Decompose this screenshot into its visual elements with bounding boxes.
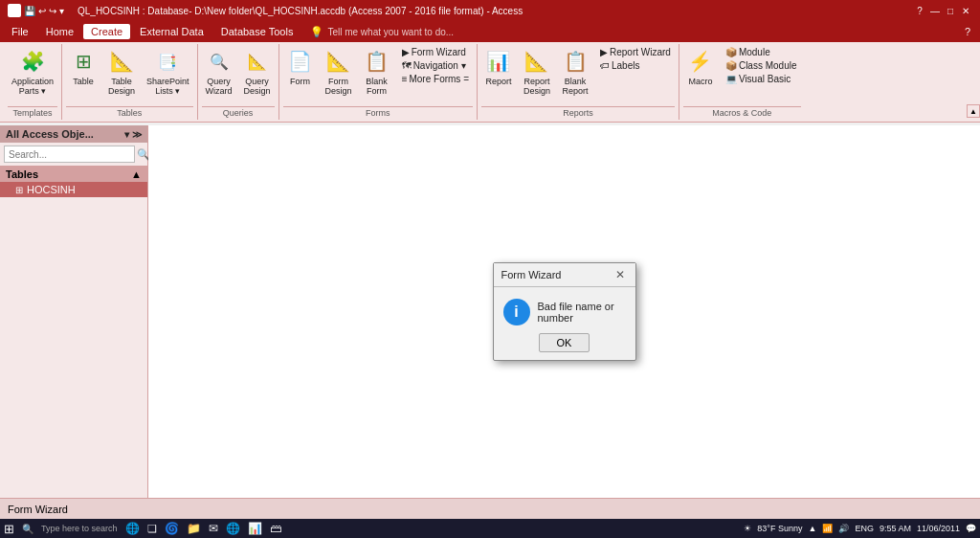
blank-form-button[interactable]: 📋 BlankForm: [360, 46, 394, 98]
nav-pane: All Access Obje... ▾ ≫ 🔍 Tables ▲ ⊞ HOCS…: [0, 125, 148, 498]
lightbulb-icon: 💡: [310, 26, 323, 38]
menu-file[interactable]: File: [4, 24, 36, 39]
qat-more[interactable]: ▾: [59, 6, 64, 16]
group-templates: 🧩 ApplicationParts ▾ Templates: [4, 44, 62, 120]
taskbar-access-icon[interactable]: 🗃: [270, 522, 281, 535]
report-design-label: ReportDesign: [523, 77, 550, 96]
report-button[interactable]: 📊 Report: [481, 46, 516, 88]
application-parts-label: ApplicationParts ▾: [11, 77, 54, 96]
report-wizard-button[interactable]: ▶ Report Wizard: [596, 46, 675, 58]
labels-button[interactable]: 🏷 Labels: [596, 59, 675, 72]
report-design-button[interactable]: 📐 ReportDesign: [520, 46, 554, 98]
minimize-button[interactable]: —: [928, 4, 942, 17]
taskbar-excel-icon[interactable]: 📊: [248, 522, 262, 535]
nav-search-input[interactable]: [4, 146, 135, 163]
form-button[interactable]: 📄 Form: [283, 46, 318, 88]
modal-ok-button[interactable]: OK: [539, 333, 590, 352]
sharepoint-lists-button[interactable]: 📑 SharePointLists ▾: [143, 46, 193, 98]
sharepoint-label: SharePointLists ▾: [146, 77, 189, 96]
class-module-button[interactable]: 📦 Class Module: [722, 59, 801, 72]
group-tables-content: ⊞ Table 📐 TableDesign 📑 SharePointLists …: [66, 46, 193, 104]
blank-report-button[interactable]: 📋 BlankReport: [558, 46, 592, 98]
nav-header-title: All Access Obje...: [6, 128, 94, 140]
forms-small-buttons: ▶ Form Wizard 🗺 Navigation ▾ ≡ More Form…: [398, 46, 473, 85]
ribbon: 🧩 ApplicationParts ▾ Templates ⊞ Table 📐…: [0, 42, 980, 123]
taskbar-right: ☀ 83°F Sunny ▲ 📶 🔊 ENG 9:55 AM 11/06/201…: [744, 524, 976, 533]
group-macros: ⚡ Macro 📦 Module 📦 Class Module 💻 Visual…: [679, 44, 805, 120]
form-wizard-button[interactable]: ▶ Form Wizard: [398, 46, 473, 58]
visual-basic-button[interactable]: 💻 Visual Basic: [722, 73, 801, 85]
modal-message-text: Bad file name or number: [538, 301, 626, 324]
table-design-icon: 📐: [108, 48, 135, 75]
query-design-button[interactable]: 📐 QueryDesign: [240, 46, 275, 98]
module-label: Module: [739, 47, 770, 57]
title-text: QL_HOCSINH : Database- D:\New folder\QL_…: [78, 6, 523, 16]
taskbar-search-text[interactable]: Type here to search: [41, 524, 118, 533]
form-design-label: FormDesign: [325, 77, 352, 96]
queries-label: Queries: [202, 106, 275, 120]
forms-label: Forms: [283, 106, 473, 120]
maximize-button[interactable]: □: [944, 4, 957, 17]
start-button[interactable]: ⊞: [4, 522, 14, 536]
menu-create[interactable]: Create: [83, 24, 130, 39]
table-button[interactable]: ⊞ Table: [66, 46, 100, 88]
help-icon[interactable]: ?: [965, 26, 970, 37]
taskbar-up-arrow[interactable]: ▲: [808, 524, 816, 533]
table-row-icon: ⊞: [15, 185, 23, 195]
close-button[interactable]: ✕: [959, 4, 972, 17]
tables-section-header[interactable]: Tables ▲: [0, 167, 147, 182]
notifications-icon[interactable]: 💬: [966, 524, 976, 533]
labels-icon: 🏷: [600, 60, 610, 71]
templates-label: Templates: [8, 106, 57, 120]
nav-header[interactable]: All Access Obje... ▾ ≫: [0, 125, 147, 143]
query-wizard-button[interactable]: 🔍 QueryWizard: [202, 46, 236, 98]
form-design-button[interactable]: 📐 FormDesign: [322, 46, 356, 98]
taskbar-folder-icon[interactable]: 📁: [187, 522, 201, 535]
save-qat[interactable]: 💾: [24, 6, 35, 16]
query-wizard-icon: 🔍: [206, 48, 233, 75]
taskbar-browser-icon[interactable]: 🌐: [226, 522, 240, 535]
clock-time: 9:55 AM: [880, 524, 911, 533]
help-button[interactable]: ?: [913, 4, 926, 17]
form-wizard-dialog: Form Wizard ✕ i Bad file name or number …: [493, 262, 636, 361]
blank-report-label: BlankReport: [562, 77, 588, 96]
undo-qat[interactable]: ↩: [38, 6, 46, 16]
report-design-icon: 📐: [523, 48, 550, 75]
network-icon: 📶: [822, 524, 833, 533]
report-wizard-label: Report Wizard: [610, 47, 671, 57]
tell-me-bar[interactable]: 💡 Tell me what you want to do...: [302, 24, 962, 40]
application-parts-button[interactable]: 🧩 ApplicationParts ▾: [8, 46, 57, 98]
tables-label: Tables: [66, 106, 193, 120]
macro-button[interactable]: ⚡ Macro: [683, 46, 718, 88]
taskbar-cortana-icon[interactable]: 🌐: [125, 522, 140, 535]
modal-close-button[interactable]: ✕: [612, 267, 628, 282]
hocsinh-table-item[interactable]: ⊞ HOCSINH: [0, 182, 147, 197]
menu-home[interactable]: Home: [38, 24, 81, 39]
nav-header-chevron[interactable]: ▾ ≫: [124, 129, 142, 140]
menu-external-data[interactable]: External Data: [132, 24, 212, 39]
macro-label: Macro: [688, 77, 712, 86]
taskbar-edge-icon[interactable]: 🌀: [165, 522, 179, 535]
taskbar-task-view[interactable]: ❑: [147, 523, 157, 535]
query-wizard-label: QueryWizard: [206, 77, 233, 96]
macro-icon: ⚡: [687, 48, 714, 75]
status-bar: Form Wizard: [0, 498, 980, 519]
navigation-button[interactable]: 🗺 Navigation ▾: [398, 59, 473, 72]
status-text: Form Wizard: [8, 504, 68, 515]
table-design-label: TableDesign: [108, 77, 135, 96]
report-wizard-icon: ▶: [600, 47, 608, 57]
taskbar-left: ⊞ 🔍 Type here to search 🌐 ❑ 🌀 📁 ✉ 🌐 📊 🗃: [4, 522, 281, 536]
module-button[interactable]: 📦 Module: [722, 46, 801, 58]
table-icon: ⊞: [70, 48, 97, 75]
weather-icon: ☀: [744, 524, 751, 533]
form-design-icon: 📐: [325, 48, 352, 75]
redo-qat[interactable]: ↪: [49, 6, 56, 16]
navigation-label: Navigation ▾: [413, 60, 466, 71]
menu-database-tools[interactable]: Database Tools: [213, 24, 301, 39]
modal-title-bar: Form Wizard ✕: [494, 263, 635, 287]
modal-info-icon: i: [503, 299, 530, 325]
more-forms-button[interactable]: ≡ More Forms =: [398, 73, 473, 85]
taskbar-mail-icon[interactable]: ✉: [209, 522, 218, 535]
table-design-button[interactable]: 📐 TableDesign: [104, 46, 139, 98]
ribbon-collapse-button[interactable]: ▲: [967, 104, 980, 118]
